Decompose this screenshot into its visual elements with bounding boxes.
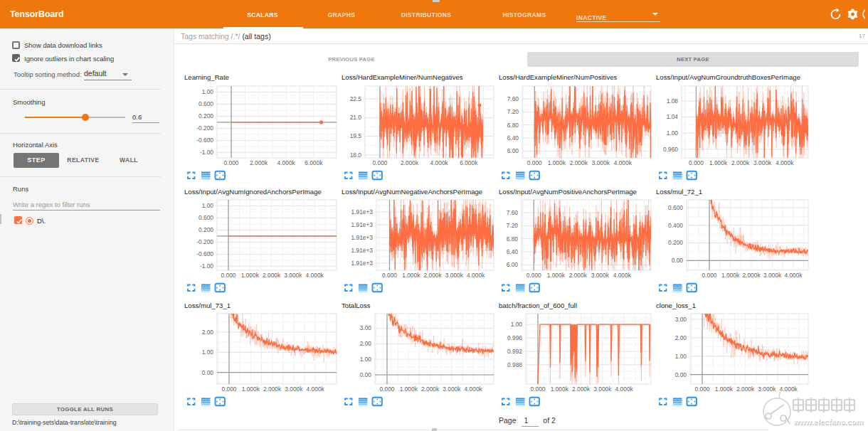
svg-text:0.992: 0.992 bbox=[507, 348, 522, 355]
svg-text:4.000k: 4.000k bbox=[615, 385, 634, 393]
svg-text:6.40: 6.40 bbox=[507, 134, 519, 142]
svg-text:1.000k: 1.000k bbox=[400, 385, 418, 393]
svg-text:1.91e+3: 1.91e+3 bbox=[351, 208, 373, 216]
svg-text:2.000k: 2.000k bbox=[570, 159, 588, 166]
svg-text:2.00: 2.00 bbox=[675, 334, 687, 341]
svg-text:1.000k: 1.000k bbox=[548, 159, 566, 166]
svg-text:1.00: 1.00 bbox=[202, 88, 214, 95]
svg-text:2.000k: 2.000k bbox=[421, 385, 440, 393]
svg-text:1.91e+3: 1.91e+3 bbox=[351, 247, 373, 254]
svg-text:1.08: 1.08 bbox=[667, 97, 679, 105]
svg-text:0.200: 0.200 bbox=[668, 239, 683, 246]
svg-text:0.000: 0.000 bbox=[531, 385, 546, 393]
svg-text:3.00: 3.00 bbox=[360, 324, 372, 331]
svg-text:2.000k: 2.000k bbox=[731, 159, 750, 166]
svg-text:www.elecfans.com: www.elecfans.com bbox=[793, 417, 863, 426]
svg-text:1.00: 1.00 bbox=[675, 353, 687, 360]
svg-text:4.000k: 4.000k bbox=[277, 159, 296, 166]
svg-text:4.000k: 4.000k bbox=[306, 272, 324, 279]
svg-text:2.000k: 2.000k bbox=[401, 159, 419, 166]
svg-text:1.000k: 1.000k bbox=[715, 385, 734, 393]
svg-text:1.91e+3: 1.91e+3 bbox=[351, 234, 373, 241]
svg-text:1.000k: 1.000k bbox=[721, 272, 740, 279]
svg-text:0.000: 0.000 bbox=[373, 159, 388, 166]
svg-text:4.000k: 4.000k bbox=[614, 159, 633, 166]
svg-text:18.0: 18.0 bbox=[350, 151, 362, 159]
svg-text:2.000k: 2.000k bbox=[572, 385, 591, 393]
svg-text:0.000: 0.000 bbox=[382, 272, 397, 279]
svg-text:1.000k: 1.000k bbox=[547, 272, 566, 279]
svg-text:1.91e+3: 1.91e+3 bbox=[351, 260, 373, 267]
svg-text:0.00: 0.00 bbox=[360, 371, 372, 378]
svg-text:6.40: 6.40 bbox=[507, 248, 519, 255]
svg-text:0.00: 0.00 bbox=[202, 369, 214, 376]
svg-text:0.960: 0.960 bbox=[663, 146, 678, 153]
svg-text:1.00: 1.00 bbox=[360, 356, 372, 363]
svg-text:6.80: 6.80 bbox=[507, 122, 519, 129]
svg-text:7.60: 7.60 bbox=[507, 209, 519, 216]
svg-text:0.00: 0.00 bbox=[672, 257, 684, 264]
svg-text:1.00: 1.00 bbox=[667, 129, 679, 137]
svg-text:1.91e+3: 1.91e+3 bbox=[351, 221, 373, 228]
svg-text:3.000k: 3.000k bbox=[445, 272, 464, 279]
svg-text:7.60: 7.60 bbox=[507, 95, 519, 102]
svg-text:-0.600: -0.600 bbox=[196, 137, 213, 144]
svg-text:-0.200: -0.200 bbox=[196, 238, 213, 245]
svg-text:2.00: 2.00 bbox=[360, 340, 372, 347]
svg-text:2.000k: 2.000k bbox=[736, 385, 755, 393]
svg-text:3.000k: 3.000k bbox=[753, 159, 772, 166]
svg-text:3.000k: 3.000k bbox=[763, 272, 782, 279]
svg-text:3.000k: 3.000k bbox=[285, 385, 303, 393]
svg-text:2.00: 2.00 bbox=[202, 329, 214, 336]
svg-text:0.200: 0.200 bbox=[199, 112, 213, 119]
svg-text:0.000: 0.000 bbox=[702, 272, 717, 279]
svg-text:2.000k: 2.000k bbox=[569, 272, 588, 279]
svg-text:6.000k: 6.000k bbox=[460, 159, 478, 166]
svg-text:0.996: 0.996 bbox=[507, 334, 522, 341]
svg-text:0.000: 0.000 bbox=[224, 159, 239, 166]
svg-text:4.000k: 4.000k bbox=[613, 272, 632, 279]
svg-text:4.000k: 4.000k bbox=[776, 159, 794, 166]
svg-text:6.80: 6.80 bbox=[507, 235, 519, 243]
svg-text:4.000k: 4.000k bbox=[467, 272, 485, 279]
svg-text:6.000k: 6.000k bbox=[305, 159, 323, 166]
svg-text:0.000: 0.000 bbox=[527, 159, 542, 166]
svg-text:0.000: 0.000 bbox=[689, 159, 704, 166]
svg-text:1.000k: 1.000k bbox=[402, 272, 420, 279]
svg-text:0.00: 0.00 bbox=[675, 371, 687, 378]
svg-text:1.000k: 1.000k bbox=[551, 385, 569, 393]
svg-text:3.00: 3.00 bbox=[675, 316, 687, 323]
svg-text:3.000k: 3.000k bbox=[284, 272, 302, 279]
svg-text:3.000k: 3.000k bbox=[443, 385, 461, 393]
svg-text:0.600: 0.600 bbox=[199, 214, 213, 221]
svg-text:4.000k: 4.000k bbox=[784, 272, 803, 279]
svg-text:1.00: 1.00 bbox=[202, 348, 214, 356]
svg-text:4.000k: 4.000k bbox=[307, 385, 325, 393]
svg-text:3.000k: 3.000k bbox=[592, 159, 610, 166]
svg-text:7.20: 7.20 bbox=[507, 222, 519, 229]
svg-text:2.000k: 2.000k bbox=[424, 272, 443, 279]
svg-text:4.000k: 4.000k bbox=[430, 159, 449, 166]
svg-text:0.200: 0.200 bbox=[199, 226, 213, 233]
svg-text:7.20: 7.20 bbox=[507, 108, 519, 115]
svg-text:2.000k: 2.000k bbox=[263, 385, 282, 393]
svg-text:-1.00: -1.00 bbox=[200, 262, 213, 270]
svg-text:-1.00: -1.00 bbox=[200, 149, 213, 156]
svg-text:0.400: 0.400 bbox=[668, 222, 683, 229]
svg-text:0.000: 0.000 bbox=[526, 272, 541, 279]
svg-text:1.00: 1.00 bbox=[202, 202, 214, 209]
svg-text:2.000k: 2.000k bbox=[250, 159, 268, 166]
svg-text:21.0: 21.0 bbox=[350, 114, 362, 121]
svg-text:0.600: 0.600 bbox=[668, 204, 683, 211]
svg-text:1.000k: 1.000k bbox=[241, 272, 260, 279]
svg-text:3.000k: 3.000k bbox=[593, 385, 612, 393]
svg-text:2.000k: 2.000k bbox=[263, 272, 281, 279]
svg-text:0.988: 0.988 bbox=[507, 361, 522, 368]
svg-text:3.000k: 3.000k bbox=[591, 272, 610, 279]
svg-text:0.000: 0.000 bbox=[221, 272, 236, 279]
svg-text:-0.600: -0.600 bbox=[196, 250, 213, 257]
svg-text:1.00: 1.00 bbox=[511, 321, 523, 328]
svg-text:2.000k: 2.000k bbox=[742, 272, 761, 279]
svg-text:1.04: 1.04 bbox=[667, 113, 679, 120]
svg-text:6.00: 6.00 bbox=[507, 147, 519, 154]
